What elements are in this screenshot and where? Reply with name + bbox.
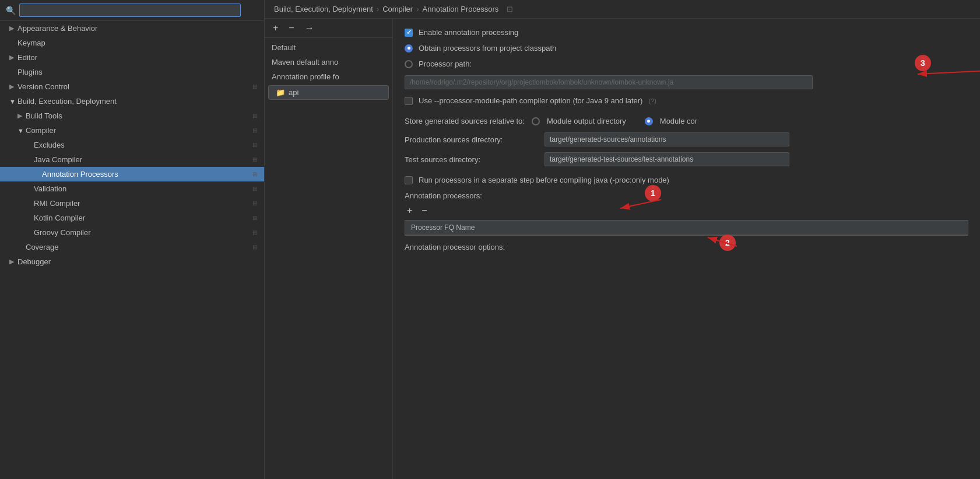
expand-arrow-build-exec: ▼ (9, 98, 17, 105)
production-sources-input[interactable]: target/generated-sources/annotations (545, 132, 789, 146)
module-content-radio[interactable] (645, 117, 653, 125)
sidebar-label-excludes: Excludes (34, 141, 250, 149)
sidebar-nav: ▶ Appearance & Behavior Keymap ▶ Editor … (0, 21, 264, 479)
enable-annotation-label: Enable annotation processing (419, 28, 518, 37)
step-badge-3: 3 (915, 55, 931, 71)
sidebar-item-compiler[interactable]: ▼ Compiler ⊞ (0, 123, 264, 138)
obtain-processors-radio[interactable] (405, 44, 413, 53)
sidebar-label-validation: Validation (34, 184, 250, 193)
profile-label-maven: Maven default anno (272, 58, 338, 67)
obtain-processors-row: Obtain processors from project classpath (405, 44, 968, 53)
use-processor-module-checkbox[interactable] (405, 97, 413, 105)
sidebar-item-coverage[interactable]: Coverage ⊞ (0, 240, 264, 254)
module-output-radio[interactable] (532, 117, 540, 125)
store-generated-row: Store generated sources relative to: Mod… (405, 117, 968, 125)
sidebar-label-build-tools: Build Tools (26, 111, 250, 120)
right-panel: Build, Execution, Deployment › Compiler … (265, 0, 980, 479)
module-content-label: Module cor (660, 117, 697, 125)
sidebar-item-java-compiler[interactable]: Java Compiler ⊞ (0, 152, 264, 167)
sidebar-item-excludes[interactable]: Excludes ⊞ (0, 138, 264, 152)
breadcrumb-part-1: Build, Execution, Deployment (274, 5, 373, 13)
sidebar-item-annotation-processors[interactable]: Annotation Processors ⊞ (0, 167, 264, 181)
search-input[interactable] (19, 4, 241, 17)
processor-path-label: Processor path: (419, 60, 472, 68)
sidebar-label-java-compiler: Java Compiler (34, 155, 250, 164)
sidebar-item-keymap[interactable]: Keymap (0, 36, 264, 50)
annotation-processors-section: Annotation processors: + − Processor FQ … (405, 191, 968, 236)
profile-label-api: api (289, 88, 298, 97)
sidebar-label-groovy-compiler: Groovy Compiler (34, 228, 250, 237)
run-processors-checkbox[interactable] (405, 176, 413, 184)
sidebar-item-debugger[interactable]: ▶ Debugger (0, 254, 264, 269)
sidebar-label-compiler: Compiler (26, 126, 250, 135)
test-sources-label: Test sources directory: (405, 155, 539, 164)
use-processor-module-row: Use --processor-module-path compiler opt… (405, 96, 968, 105)
breadcrumb: Build, Execution, Deployment › Compiler … (265, 0, 980, 19)
processor-path-input[interactable]: /home/rodrigo/.m2/repository/org/project… (405, 75, 813, 89)
annotation-processors-section-label: Annotation processors: (405, 191, 968, 200)
sidebar-item-build-tools[interactable]: ▶ Build Tools ⊞ (0, 109, 264, 123)
pin-icon-compiler: ⊞ (252, 127, 257, 134)
expand-arrow-editor: ▶ (9, 54, 17, 61)
pin-icon-annotation-processors: ⊞ (252, 171, 257, 177)
profile-item-annotation-profile[interactable]: Annotation profile fo (265, 69, 392, 84)
breadcrumb-part-2: Compiler (382, 5, 413, 13)
production-sources-row: Production sources directory: target/gen… (405, 132, 968, 146)
search-bar: 🔍 (0, 0, 264, 21)
sidebar: 🔍 ▶ Appearance & Behavior Keymap ▶ Edito… (0, 0, 265, 479)
add-profile-button[interactable]: + (271, 22, 280, 34)
remove-profile-button[interactable]: − (286, 22, 296, 34)
annotation-options-section: Annotation processor options: (405, 243, 968, 251)
production-sources-label: Production sources directory: (405, 135, 539, 144)
sidebar-label-coverage: Coverage (26, 243, 250, 251)
pin-icon-build-tools: ⊞ (252, 113, 257, 119)
sidebar-label-rmi-compiler: RMI Compiler (34, 199, 250, 208)
breadcrumb-part-3: Annotation Processors (423, 5, 499, 13)
sidebar-item-groovy-compiler[interactable]: Groovy Compiler ⊞ (0, 225, 264, 240)
add-annotation-processor-button[interactable]: + (405, 205, 415, 216)
profile-label-annotation: Annotation profile fo (272, 72, 339, 81)
sidebar-item-editor[interactable]: ▶ Editor (0, 50, 264, 65)
sidebar-label-plugins: Plugins (17, 68, 257, 76)
run-processors-label: Run processors in a separate step before… (419, 176, 669, 184)
profile-item-maven[interactable]: Maven default anno (265, 55, 392, 69)
expand-arrow-build-tools: ▶ (17, 112, 26, 120)
help-icon[interactable]: (?) (648, 97, 656, 104)
profile-toolbar: + − → (265, 19, 392, 38)
remove-annotation-processor-button[interactable]: − (419, 205, 429, 216)
sidebar-item-appearance[interactable]: ▶ Appearance & Behavior (0, 21, 264, 36)
expand-arrow-debugger: ▶ (9, 258, 17, 265)
content-area: + − → Default Maven default anno Annotat… (265, 19, 980, 479)
pin-icon-vc: ⊞ (252, 83, 257, 90)
search-icon: 🔍 (6, 6, 16, 15)
pin-icon-groovy-compiler: ⊞ (252, 229, 257, 236)
sidebar-item-plugins[interactable]: Plugins (0, 65, 264, 79)
sidebar-label-editor: Editor (17, 53, 257, 62)
sidebar-item-kotlin-compiler[interactable]: Kotlin Compiler ⊞ (0, 211, 264, 225)
sidebar-item-validation[interactable]: Validation ⊞ (0, 181, 264, 196)
sidebar-label-vc: Version Control (17, 82, 250, 91)
pin-icon-java-compiler: ⊞ (252, 156, 257, 163)
pin-icon-kotlin-compiler: ⊞ (252, 215, 257, 221)
pin-icon-rmi-compiler: ⊞ (252, 200, 257, 207)
sidebar-item-rmi-compiler[interactable]: RMI Compiler ⊞ (0, 196, 264, 211)
sidebar-item-version-control[interactable]: ▶ Version Control ⊞ (0, 79, 264, 94)
window-button[interactable]: ⊡ (507, 5, 513, 13)
profile-item-default[interactable]: Default (265, 40, 392, 55)
annotation-processors-table: Processor FQ Name (405, 220, 968, 236)
pin-icon-validation: ⊞ (252, 186, 257, 192)
test-sources-input[interactable]: target/generated-test-sources/test-annot… (545, 152, 789, 166)
navigate-profile-button[interactable]: → (303, 22, 317, 34)
sidebar-item-build-exec[interactable]: ▼ Build, Execution, Deployment (0, 94, 264, 109)
profile-item-api[interactable]: 📁 api (268, 85, 389, 100)
middle-panel: + − → Default Maven default anno Annotat… (265, 19, 393, 479)
enable-annotation-checkbox[interactable] (405, 29, 413, 37)
module-output-label: Module output directory (547, 117, 626, 125)
step-badge-2: 2 (719, 235, 736, 251)
use-processor-module-label: Use --processor-module-path compiler opt… (419, 96, 642, 105)
breadcrumb-sep-1: › (377, 5, 379, 13)
processor-path-row: Processor path: (405, 60, 968, 68)
processor-path-radio[interactable] (405, 60, 413, 68)
annotation-processors-toolbar: + − (405, 205, 968, 216)
processor-fq-name-header: Processor FQ Name (405, 221, 968, 235)
